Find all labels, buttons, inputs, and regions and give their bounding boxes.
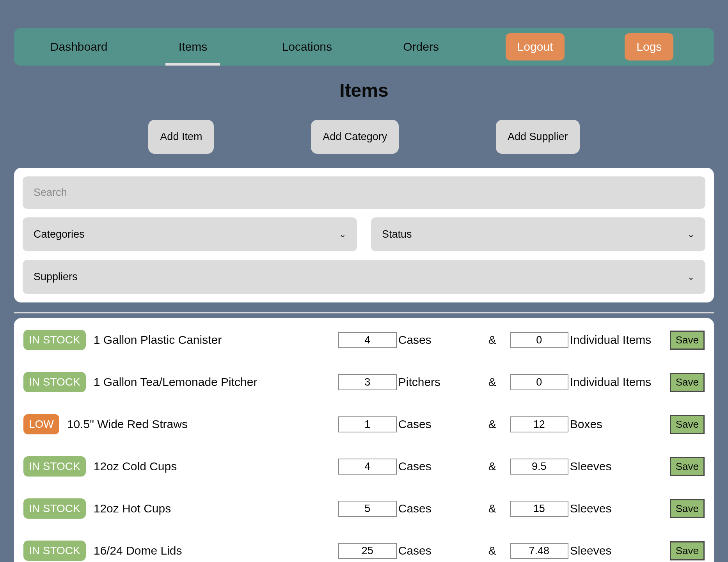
status-badge: IN STOCK xyxy=(23,456,86,477)
item-row: IN STOCK 16/24 Dome Lids Cases & Sleeves… xyxy=(23,541,705,561)
suppliers-dropdown[interactable]: Suppliers ⌄ xyxy=(23,260,705,294)
qty1-input[interactable] xyxy=(338,459,397,475)
ampersand: & xyxy=(479,460,506,473)
nav-item-locations[interactable]: Locations xyxy=(250,28,364,66)
status-badge: IN STOCK xyxy=(23,330,86,350)
unit2-label: Individual Items xyxy=(568,375,670,389)
qty2-input[interactable] xyxy=(510,459,568,475)
save-button[interactable]: Save xyxy=(670,373,705,392)
qty2-input[interactable] xyxy=(510,416,568,432)
item-row: IN STOCK 12oz Hot Cups Cases & Sleeves S… xyxy=(23,498,705,519)
qty1-input[interactable] xyxy=(338,501,397,517)
item-name: 16/24 Dome Lids xyxy=(94,544,334,557)
unit1-label: Pitchers xyxy=(397,375,479,389)
search-input[interactable] xyxy=(23,176,705,209)
categories-label: Categories xyxy=(34,228,85,240)
logout-button[interactable]: Logout xyxy=(506,33,565,60)
status-dropdown[interactable]: Status ⌄ xyxy=(371,217,705,251)
unit1-label: Cases xyxy=(397,418,479,431)
status-badge: LOW xyxy=(23,414,59,434)
chevron-down-icon: ⌄ xyxy=(687,272,694,282)
divider xyxy=(14,312,714,313)
ampersand: & xyxy=(479,418,506,431)
add-item-button[interactable]: Add Item xyxy=(148,120,214,154)
unit2-label: Boxes xyxy=(568,418,670,431)
action-buttons: Add Item Add Category Add Supplier xyxy=(14,120,714,154)
unit2-label: Sleeves xyxy=(568,544,670,557)
nav-bar: Dashboard Items Locations Orders Logout … xyxy=(14,28,714,66)
categories-dropdown[interactable]: Categories ⌄ xyxy=(23,217,357,251)
save-button[interactable]: Save xyxy=(670,331,705,350)
qty2-input[interactable] xyxy=(510,543,568,559)
unit1-label: Cases xyxy=(397,460,479,473)
status-label: Status xyxy=(382,228,412,240)
status-badge: IN STOCK xyxy=(23,541,86,561)
filters-card: Categories ⌄ Status ⌄ Suppliers ⌄ xyxy=(14,168,714,302)
nav-item-dashboard[interactable]: Dashboard xyxy=(22,28,136,66)
unit2-label: Sleeves xyxy=(568,502,670,515)
item-row: IN STOCK 1 Gallon Tea/Lemonade Pitcher P… xyxy=(23,372,705,392)
unit2-label: Sleeves xyxy=(568,460,670,473)
add-supplier-button[interactable]: Add Supplier xyxy=(496,120,580,154)
nav-item-items[interactable]: Items xyxy=(136,28,250,66)
nav-item-logs-wrapper: Logs xyxy=(592,28,706,66)
item-name: 12oz Cold Cups xyxy=(94,460,334,473)
item-name: 1 Gallon Plastic Canister xyxy=(94,333,334,347)
ampersand: & xyxy=(479,502,506,515)
chevron-down-icon: ⌄ xyxy=(687,229,694,240)
unit1-label: Cases xyxy=(397,544,479,557)
item-row: LOW 10.5" Wide Red Straws Cases & Boxes … xyxy=(23,414,705,434)
add-category-button[interactable]: Add Category xyxy=(311,120,399,154)
items-card: IN STOCK 1 Gallon Plastic Canister Cases… xyxy=(14,318,714,562)
status-badge: IN STOCK xyxy=(23,372,86,392)
logs-button[interactable]: Logs xyxy=(625,33,673,60)
item-name: 12oz Hot Cups xyxy=(94,502,334,515)
status-badge: IN STOCK xyxy=(23,498,86,519)
qty2-input[interactable] xyxy=(510,374,568,390)
qty2-input[interactable] xyxy=(510,501,568,517)
qty1-input[interactable] xyxy=(338,374,397,390)
ampersand: & xyxy=(479,375,506,389)
ampersand: & xyxy=(479,333,506,347)
unit2-label: Individual Items xyxy=(568,333,670,347)
chevron-down-icon: ⌄ xyxy=(339,229,346,240)
save-button[interactable]: Save xyxy=(670,415,705,434)
ampersand: & xyxy=(479,544,506,557)
page-title: Items xyxy=(0,80,728,101)
qty1-input[interactable] xyxy=(338,543,397,559)
save-button[interactable]: Save xyxy=(670,457,705,476)
item-name: 1 Gallon Tea/Lemonade Pitcher xyxy=(94,375,334,389)
nav-item-orders[interactable]: Orders xyxy=(364,28,478,66)
item-name: 10.5" Wide Red Straws xyxy=(67,418,334,431)
item-row: IN STOCK 12oz Cold Cups Cases & Sleeves … xyxy=(23,456,705,477)
unit1-label: Cases xyxy=(397,502,479,515)
nav-item-logout-wrapper: Logout xyxy=(478,28,592,66)
qty1-input[interactable] xyxy=(338,416,397,432)
qty1-input[interactable] xyxy=(338,332,397,348)
unit1-label: Cases xyxy=(397,333,479,347)
save-button[interactable]: Save xyxy=(670,499,705,518)
save-button[interactable]: Save xyxy=(670,541,705,560)
suppliers-label: Suppliers xyxy=(34,271,78,283)
qty2-input[interactable] xyxy=(510,332,568,348)
item-row: IN STOCK 1 Gallon Plastic Canister Cases… xyxy=(23,330,705,350)
